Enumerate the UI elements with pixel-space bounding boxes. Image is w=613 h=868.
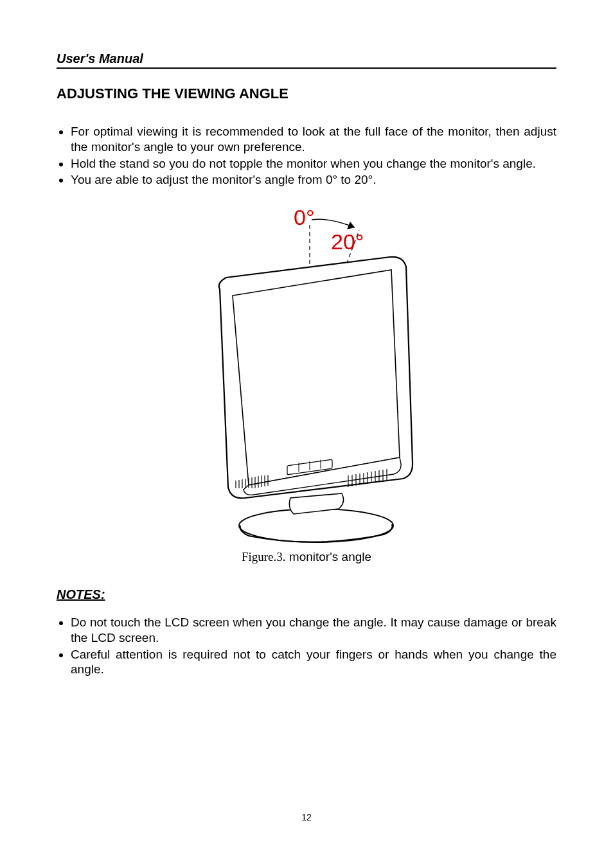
notes-title: NOTES:	[57, 587, 556, 602]
figure-block: 0° 20°	[57, 206, 556, 564]
angle-20-label: 20°	[331, 229, 364, 254]
list-item: For optimal viewing it is recommended to…	[71, 124, 556, 155]
list-item: You are able to adjust the monitor's ang…	[71, 172, 556, 188]
list-item: Do not touch the LCD screen when you cha…	[71, 615, 556, 646]
section-title: ADJUSTING THE VIEWING ANGLE	[57, 85, 556, 102]
header-title: User's Manual	[57, 51, 556, 66]
notes-list: Do not touch the LCD screen when you cha…	[57, 615, 556, 677]
list-item: Careful attention is required not to cat…	[71, 647, 556, 678]
figure-caption-prefix: Figure.3.	[242, 550, 286, 563]
svg-marker-2	[347, 222, 355, 229]
intro-list: For optimal viewing it is recommended to…	[57, 124, 556, 188]
header-rule	[57, 67, 556, 69]
monitor-angle-illustration: 0° 20°	[191, 206, 422, 546]
figure-caption-text: monitor's angle	[286, 550, 372, 563]
list-item: Hold the stand so you do not topple the …	[71, 156, 556, 172]
angle-0-label: 0°	[294, 206, 315, 229]
page: User's Manual ADJUSTING THE VIEWING ANGL…	[0, 0, 613, 848]
page-number: 12	[57, 812, 556, 822]
figure-caption: Figure.3. monitor's angle	[57, 550, 556, 564]
